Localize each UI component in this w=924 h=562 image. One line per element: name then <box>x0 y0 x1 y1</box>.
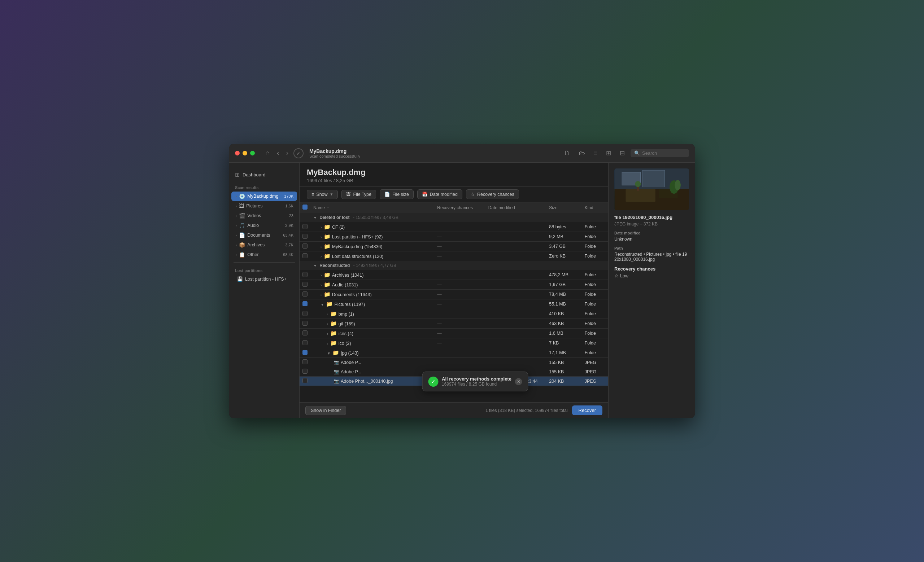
main-panel: MyBackup.dmg 169974 files / 8,25 GB ≡ Sh… <box>300 163 608 418</box>
row-checkbox[interactable] <box>303 253 308 258</box>
row-name: 📷Adobe Phot..._000140.jpg <box>310 377 434 386</box>
dashboard-button[interactable]: ⊞ Dashboard <box>229 169 299 181</box>
expand-icon[interactable]: › <box>321 235 322 239</box>
table-row[interactable]: › 📁gif (169) — 463 KB Folde <box>300 319 608 329</box>
table-row[interactable]: › 📁ico (2) — 7 KB Folde <box>300 338 608 348</box>
row-checkbox[interactable] <box>303 272 308 277</box>
table-row[interactable]: › 📁icns (4) — 1,6 MB Folde <box>300 329 608 338</box>
name-col-header[interactable]: Name ↑ <box>310 202 434 213</box>
table-row[interactable]: ▼ 📁Pictures (1197) — 55,1 MB Folde <box>300 299 608 309</box>
table-row[interactable]: › 📁Lost data structures (120) — Zero KB … <box>300 251 608 261</box>
expand-icon[interactable]: › <box>327 332 328 336</box>
table-row[interactable]: 📷Adobe P... 155 KB JPEG <box>300 358 608 367</box>
show-finder-button[interactable]: Show in Finder <box>305 406 346 415</box>
row-checkbox-partial[interactable] <box>303 350 308 355</box>
folder-icon: 📁 <box>324 233 331 239</box>
kind-value: JPEG <box>582 377 608 386</box>
expand-icon[interactable]: › <box>321 245 322 249</box>
back-button[interactable]: ‹ <box>274 149 281 158</box>
table-row[interactable]: › 📁CF (2) — 88 bytes Folde <box>300 222 608 232</box>
date-modified-button[interactable]: 📅 Date modified <box>417 189 462 199</box>
expand-icon[interactable]: › <box>327 312 328 316</box>
folder-icon: 📁 <box>324 243 331 249</box>
row-name: › 📁gif (169) <box>310 319 434 329</box>
date-col-header[interactable]: Date modified <box>486 202 546 213</box>
new-folder-button[interactable]: 🗁 <box>576 148 588 158</box>
expand-icon[interactable]: › <box>327 342 328 345</box>
table-row[interactable]: ▼ 📁jpg (143) — 17,1 MB Folde <box>300 348 608 358</box>
table-row[interactable]: › 📁Lost partition - HFS+ (92) — 9,2 MB F… <box>300 232 608 242</box>
sidebar-item-documents[interactable]: › 📄 Documents 63,4K <box>231 230 297 240</box>
row-checkbox[interactable] <box>303 291 308 296</box>
grid-view-button[interactable]: ⊞ <box>603 148 614 158</box>
recovery-col-header[interactable]: Recovery chances <box>434 202 485 213</box>
row-checkbox-partial[interactable] <box>303 301 308 306</box>
sidebar-item-videos[interactable]: › 🎬 Videos 23 <box>231 211 297 220</box>
list-view-button[interactable]: ≡ <box>591 148 600 158</box>
detail-recovery-value: ☆ Low <box>614 273 689 278</box>
file-thumbnail <box>614 169 689 210</box>
search-input[interactable] <box>642 150 686 156</box>
kind-col-header[interactable]: Kind <box>582 202 608 213</box>
date-value <box>486 338 546 348</box>
expand-icon[interactable]: ▼ <box>327 351 331 355</box>
row-checkbox[interactable] <box>303 311 308 316</box>
sidebar-item-archives[interactable]: › 📦 Archives 3,7K <box>231 240 297 250</box>
row-checkbox[interactable] <box>303 234 308 239</box>
expand-icon[interactable]: › <box>321 274 322 277</box>
sidebar-item-lost-partition[interactable]: 💾 Lost partition - HFS+ <box>231 275 297 284</box>
table-row[interactable]: › 📁Documents (11643) — 78,4 MB Folde <box>300 290 608 299</box>
size-value: 204 KB <box>546 377 582 386</box>
group-row-deleted[interactable]: ▼ Deleted or lost - 155050 files / 3,48 … <box>300 213 608 222</box>
size-col-header[interactable]: Size <box>546 202 582 213</box>
recover-button[interactable]: Recover <box>572 405 602 415</box>
recovery-chances-button[interactable]: ☆ Recovery chances <box>466 189 519 199</box>
row-name: ▼ 📁Pictures (1197) <box>310 299 434 309</box>
chevron-icon-5: › <box>236 233 237 238</box>
row-checkbox[interactable] <box>303 359 308 364</box>
table-row[interactable]: › 📁Audio (1031) — 1,97 GB Folde <box>300 280 608 290</box>
expand-icon[interactable]: › <box>321 226 322 229</box>
traffic-light-close[interactable] <box>235 151 240 155</box>
sidebar-item-audio[interactable]: › 🎵 Audio 2,9K <box>231 221 297 230</box>
table-row[interactable]: › 📁bmp (1) — 410 KB Folde <box>300 309 608 319</box>
svg-rect-3 <box>642 170 665 187</box>
kind-value: Folde <box>582 338 608 348</box>
sidebar-item-other[interactable]: › 📋 Other 98,4K <box>231 250 297 259</box>
row-name: › 📁icns (4) <box>310 329 434 338</box>
expand-icon[interactable]: ▼ <box>321 303 324 306</box>
row-checkbox[interactable] <box>303 282 308 287</box>
sidebar-item-pictures[interactable]: › 🖼 Pictures 1,6K <box>231 201 297 211</box>
row-checkbox[interactable] <box>303 378 308 383</box>
expand-icon[interactable]: › <box>321 293 322 297</box>
detail-recovery-text: Low <box>620 274 628 278</box>
file-size-button[interactable]: 📄 File size <box>380 189 414 199</box>
forward-button[interactable]: › <box>284 149 291 158</box>
group-row-reconstructed[interactable]: ▼ Reconstructed - 14924 files / 4,77 GB <box>300 261 608 270</box>
row-checkbox[interactable] <box>303 330 308 335</box>
notification-close-button[interactable]: ✕ <box>515 378 522 385</box>
home-button[interactable]: ⌂ <box>264 149 272 158</box>
chevron-icon-2: › <box>236 204 237 208</box>
expand-icon[interactable]: › <box>321 283 322 287</box>
expand-icon[interactable]: › <box>321 255 322 259</box>
select-all-checkbox[interactable] <box>303 205 308 209</box>
show-button[interactable]: ≡ Show ▼ <box>307 190 338 199</box>
folder-icon: 📁 <box>326 301 333 307</box>
file-table: Name ↑ Recovery chances Date modified Si… <box>300 202 608 386</box>
expand-icon[interactable]: › <box>327 322 328 326</box>
row-checkbox[interactable] <box>303 224 308 229</box>
row-checkbox[interactable] <box>303 369 308 374</box>
row-checkbox[interactable] <box>303 244 308 248</box>
table-row[interactable]: › 📁MyBackup.dmg (154836) — 3,47 GB Folde <box>300 242 608 251</box>
file-type-button[interactable]: 🖼 File Type <box>342 190 376 199</box>
table-row[interactable]: › 📁Archives (1041) — 478,2 MB Folde <box>300 270 608 280</box>
new-file-button[interactable]: 🗋 <box>561 148 573 158</box>
panel-toggle-button[interactable]: ⊟ <box>617 148 628 158</box>
row-checkbox[interactable] <box>303 321 308 326</box>
sidebar-item-mybackup[interactable]: › 💿 MyBackup.dmg 170K <box>231 191 297 201</box>
row-checkbox[interactable] <box>303 340 308 345</box>
traffic-light-fullscreen[interactable] <box>250 151 255 155</box>
traffic-light-minimize[interactable] <box>243 151 247 155</box>
folder-icon: 📁 <box>324 272 331 278</box>
